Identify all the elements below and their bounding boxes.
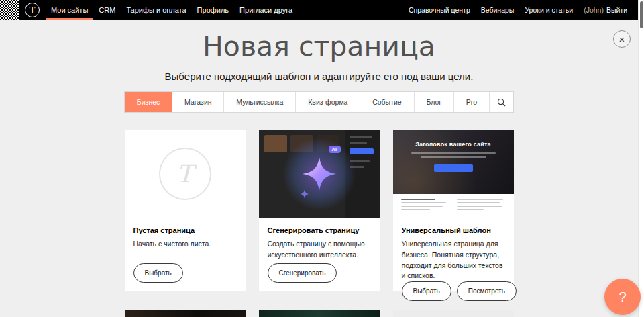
choose-universal-button[interactable]: Выбрать [402,281,451,301]
user-name: (John) [584,6,604,14]
template-thumbnail[interactable] [259,310,380,317]
thumbnail [264,135,287,152]
preview-heading: Заголовок вашего сайта [393,130,514,148]
nav-item-lessons[interactable]: Уроки и статьи [519,0,578,20]
preview-text-line [401,206,443,207]
preview-text-line [401,199,435,200]
ai-star-icon [302,156,337,191]
page-scrollbar[interactable] [638,0,644,317]
nav-item-my-sites[interactable]: Мои сайты [46,0,93,20]
close-modal-button[interactable]: × [613,30,631,48]
search-icon [497,98,506,107]
preview-universal-button[interactable]: Посмотреть [457,281,517,301]
tab-search[interactable] [489,92,513,112]
card-title: Сгенерировать страницу [268,226,371,234]
question-mark-icon: ? [619,289,626,305]
ai-badge: AI [329,146,341,153]
secondary-nav: Справочный центр Вебинары Уроки и статьи… [403,0,638,20]
choose-blank-button[interactable]: Выбрать [133,263,183,283]
preview-column [457,199,506,213]
card-description: Универсальная страница для бизнеса. Поня… [402,239,505,281]
nav-item-webinars[interactable]: Вебинары [476,0,520,20]
generate-page-preview: AI [259,130,380,218]
nav-item-tariffs[interactable]: Тарифы и оплата [121,0,191,20]
scrollbar-thumb[interactable] [640,1,643,28]
card-body: Универсальный шаблон Универсальная стран… [393,218,514,310]
logout-label: Выйти [606,6,627,14]
universal-template-preview: Заголовок вашего сайта [393,130,514,218]
card-body: Пустая страница Начать с чистого листа. … [125,218,246,291]
close-icon: × [619,34,625,44]
tilda-watermark-icon: T [159,148,211,200]
page-title: Новая страница [0,31,638,62]
template-cards-row: T Пустая страница Начать с чистого листа… [125,130,514,291]
template-thumbnail[interactable] [125,310,246,317]
blank-page-preview: T [125,130,246,218]
tab-quiz-form[interactable]: Квиз-форма [295,92,360,112]
panel-line [350,142,367,144]
card-description: Создать страницу с помощью искусственног… [268,239,371,261]
main-nav: Мои сайты CRM Тарифы и оплата Профиль Пр… [46,0,298,20]
card-universal-template: Заголовок вашего сайта [393,130,514,291]
ai-sparkle-icon [300,189,309,199]
help-button[interactable]: ? [604,279,641,315]
topbar: T Мои сайты CRM Тарифы и оплата Профиль … [0,0,638,20]
card-description: Начать с чистого листа. [133,239,237,250]
template-thumbnail[interactable] [393,310,514,317]
preview-text-line [401,209,431,210]
panel-button-shape [350,148,374,154]
logout-link[interactable]: (John) Выйти [578,0,633,20]
preview-cta-button-shape [434,164,473,172]
generate-button[interactable]: Сгенерировать [268,263,337,283]
card-blank-page: T Пустая страница Начать с чистого листа… [125,130,246,291]
nav-item-profile[interactable]: Профиль [192,0,235,20]
tab-blog[interactable]: Блог [414,92,453,112]
card-generate-page: AI Сгенерировать страницу Создать страни… [259,130,380,291]
tilda-logo-icon[interactable]: T [25,3,40,17]
tab-pro[interactable]: Pro [453,92,489,112]
nav-item-help-center[interactable]: Справочный центр [403,0,476,20]
card-buttons: Сгенерировать [268,263,371,283]
panel-line [350,136,372,138]
preview-text-section [393,194,514,218]
card-buttons: Выбрать Посмотреть [402,281,505,301]
preview-text-line [421,156,486,158]
template-category-tabs: Бизнес Магазин Мультиссылка Квиз-форма С… [124,91,514,113]
tab-business[interactable]: Бизнес [125,92,172,112]
tab-event[interactable]: Событие [360,92,413,112]
preview-text-line [457,206,502,207]
nav-item-invite-friend[interactable]: Пригласи друга [234,0,298,20]
card-body: Сгенерировать страницу Создать страницу … [259,218,380,291]
preview-text-line [411,152,496,154]
new-page-modal: Новая страница Выберите подходящий шабло… [0,20,638,317]
nav-item-crm[interactable]: CRM [93,0,121,20]
page-subtitle: Выберите подходящий шаблон и адаптируйте… [0,71,638,82]
preview-text-line [457,202,500,203]
tab-shop[interactable]: Магазин [172,92,223,112]
tab-multilink[interactable]: Мультиссылка [223,92,295,112]
preview-hero-section: Заголовок вашего сайта [393,130,514,194]
card-title: Пустая страница [133,226,237,234]
card-title: Универсальный шаблон [402,226,505,234]
next-templates-row [125,310,514,317]
preview-text-line [457,209,484,210]
preview-column [401,199,450,213]
preview-text-line [401,202,446,203]
card-buttons: Выбрать [133,263,237,283]
brand-pattern-icon [0,0,19,20]
preview-text-line [457,199,503,200]
